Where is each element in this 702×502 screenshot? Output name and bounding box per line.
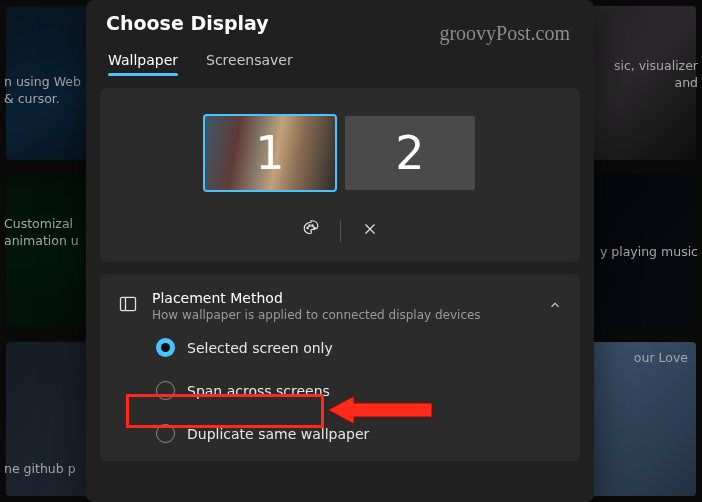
- monitor-number: 1: [255, 126, 284, 180]
- bg-caption: n using Web & cursor.: [4, 74, 90, 108]
- tab-wallpaper[interactable]: Wallpaper: [108, 46, 178, 78]
- svg-point-1: [308, 225, 310, 227]
- bg-caption: our Love: [634, 350, 688, 367]
- option-span-across-screens[interactable]: Span across screens: [148, 377, 338, 404]
- bg-caption: y playing music: [598, 244, 698, 261]
- chevron-up-icon: [548, 297, 562, 316]
- radio-icon: [156, 338, 175, 357]
- radio-label: Selected screen only: [187, 340, 333, 356]
- placement-section: Placement Method How wallpaper is applie…: [100, 274, 580, 461]
- placement-title: Placement Method: [152, 290, 534, 306]
- placement-options: Selected screen only Span across screens…: [100, 332, 580, 447]
- monitor-row: 1 2: [205, 116, 475, 190]
- customize-button[interactable]: [282, 214, 340, 248]
- radio-icon: [156, 381, 175, 400]
- svg-point-3: [313, 227, 315, 229]
- option-selected-screen-only[interactable]: Selected screen only: [148, 334, 341, 361]
- svg-rect-4: [121, 297, 136, 310]
- palette-icon: [302, 220, 320, 242]
- tabs: Wallpaper Screensaver: [86, 40, 594, 78]
- bg-caption: ne github p: [4, 461, 94, 478]
- svg-point-0: [306, 227, 308, 229]
- radio-label: Span across screens: [187, 383, 330, 399]
- monitor-1[interactable]: 1: [205, 116, 335, 190]
- radio-label: Duplicate same wallpaper: [187, 426, 369, 442]
- display-picker: 1 2: [100, 88, 580, 262]
- bg-caption: sic, visualizer and: [604, 58, 698, 92]
- dialog-title: Choose Display: [86, 0, 594, 40]
- tab-label: Wallpaper: [108, 52, 178, 68]
- bg-caption: Customizal animation u: [4, 216, 90, 250]
- choose-display-dialog: Choose Display groovyPost.com Wallpaper …: [86, 0, 594, 502]
- monitor-actions: [282, 214, 399, 248]
- monitor-2[interactable]: 2: [345, 116, 475, 190]
- monitor-number: 2: [395, 126, 424, 180]
- close-icon: [361, 220, 379, 242]
- placement-subtitle: How wallpaper is applied to connected di…: [152, 308, 534, 322]
- placement-text: Placement Method How wallpaper is applie…: [152, 290, 534, 322]
- option-duplicate-same-wallpaper[interactable]: Duplicate same wallpaper: [148, 420, 377, 447]
- tab-screensaver[interactable]: Screensaver: [206, 46, 293, 78]
- remove-button[interactable]: [341, 214, 399, 248]
- tab-label: Screensaver: [206, 52, 293, 68]
- placement-header[interactable]: Placement Method How wallpaper is applie…: [100, 278, 580, 332]
- layout-icon: [118, 294, 138, 318]
- radio-icon: [156, 424, 175, 443]
- svg-point-2: [311, 225, 313, 227]
